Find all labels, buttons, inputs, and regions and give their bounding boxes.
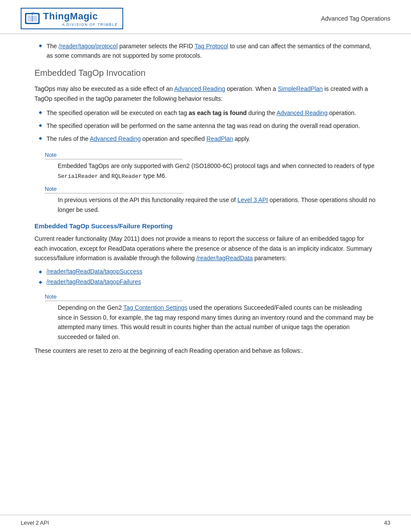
tag-contention-settings-link[interactable]: Tag Contention Settings (123, 304, 187, 311)
note-block-1: Note Embedded TagOps are only supported … (45, 151, 377, 181)
section-bullets: ◆ The specified operation will be execut… (34, 109, 377, 143)
note1-text-middle: and (98, 172, 112, 179)
intro-bullet-item: ◆ The /reader/tagop/protocol parameter s… (34, 42, 377, 60)
tag-protocol-link[interactable]: Tag Protocol (195, 43, 228, 50)
intro-bullet-text: The /reader/tagop/protocol parameter sel… (47, 42, 377, 60)
note2-text-before: In previous versions of the API this fun… (58, 196, 237, 203)
link-bullet-1: ◆ /reader/tagReadData/tagopSuccess (34, 268, 377, 275)
section-heading: Embedded TagOp Invocation (34, 68, 377, 78)
header: ThingMagic A Division of Trimble Advance… (0, 0, 411, 34)
tagop-protocol-link[interactable]: /reader/tagop/protocol (59, 43, 118, 50)
bullet-diamond-icon: ◆ (39, 43, 42, 48)
subsection-para-1: Current reader functionality (May 2011) … (34, 234, 377, 263)
svg-rect-3 (33, 16, 37, 22)
section-bullet-2: ◆ The specified operation will be perfor… (34, 121, 377, 131)
note1-code2: RQLReader (112, 173, 142, 180)
intro-bullet-section: ◆ The /reader/tagop/protocol parameter s… (34, 42, 377, 60)
svg-rect-2 (28, 16, 32, 22)
s-bullet1-before: The specified operation will be executed… (47, 109, 189, 116)
footer-right: 43 (384, 520, 390, 526)
s-bullet3-after: apply. (233, 135, 250, 142)
advanced-reading-link-2[interactable]: Advanced Reading (277, 109, 327, 116)
logo-area: ThingMagic A Division of Trimble (21, 8, 123, 29)
bullet-diamond-icon-5: ◆ (39, 280, 42, 284)
note-label-2: Note (45, 186, 183, 193)
intro-text-middle: parameter selects the RFID (118, 43, 195, 50)
tag-read-data-link[interactable]: /reader/tagReadData (196, 255, 253, 261)
section-intro-before: TagOps may also be executed as a side ef… (34, 85, 174, 92)
link-bullet-2: ◆ /reader/tagReadData/tagopFailures (34, 278, 377, 285)
note-block-3: Note Depending on the Gen2 Tag Contentio… (45, 293, 377, 342)
content: ◆ The /reader/tagop/protocol parameter s… (0, 34, 411, 515)
s-bullet3-middle: operation and specified (141, 135, 207, 142)
advanced-reading-link-1[interactable]: Advanced Reading (174, 85, 225, 92)
bullet-diamond-icon-4: ◆ (39, 269, 42, 274)
note-label-3: Note (45, 293, 183, 301)
read-plan-link[interactable]: ReadPlan (206, 135, 233, 142)
section-bullet-text-2: The specified operation will be performe… (47, 121, 360, 131)
bullet-diamond-icon-3: ◆ (39, 136, 42, 140)
section-bullet-text-3: The rules of the Advanced Reading operat… (47, 134, 250, 144)
level3-api-link[interactable]: Level 3 API (237, 196, 268, 203)
section-intro-para: TagOps may also be executed as a side ef… (34, 84, 377, 103)
note3-text-before: Depending on the Gen2 (58, 304, 123, 311)
note1-code1: SerialReader (58, 173, 98, 180)
footer: Level 2 API 43 (0, 515, 411, 532)
s-bullet1-bold: as each tag is found (189, 109, 247, 116)
bullet-diamond-icon-2: ◆ (39, 123, 42, 128)
bullet-diamond-icon-1: ◆ (39, 110, 42, 115)
section-bullet-text-1: The specified operation will be executed… (47, 109, 356, 118)
note1-text-after: type M6. (142, 172, 167, 179)
section-intro-middle: operation. When a (225, 85, 278, 92)
tagop-success-link[interactable]: /reader/tagReadData/tagopSuccess (47, 268, 143, 275)
footer-left: Level 2 API (21, 520, 49, 526)
section-bullet-1: ◆ The specified operation will be execut… (34, 109, 377, 118)
logo-icon (24, 10, 40, 27)
s-bullet1-end: operation. (327, 109, 356, 116)
section-bullet-3: ◆ The rules of the Advanced Reading oper… (34, 134, 377, 144)
s-bullet3-before: The rules of the (47, 135, 90, 142)
s-bullet1-after: during the (247, 109, 277, 116)
subsection-para-2: These counters are reset to zero at the … (34, 346, 377, 355)
logo-text-sub: A Division of Trimble (43, 22, 118, 27)
sub-para1-after: parameters: (253, 255, 287, 261)
simple-read-plan-link[interactable]: SimpleReadPlan (278, 85, 323, 92)
advanced-reading-link-3[interactable]: Advanced Reading (90, 135, 140, 142)
note1-text-before: Embedded TagOps are only supported with … (58, 162, 374, 169)
subsection-heading: Embedded TagOp Success/Failure Reporting (34, 222, 377, 230)
page: ThingMagic A Division of Trimble Advance… (0, 0, 411, 532)
note-content-2: In previous versions of the API this fun… (45, 195, 377, 215)
intro-text-before: The (47, 43, 59, 50)
tagop-failures-link[interactable]: /reader/tagReadData/tagopFailures (47, 278, 141, 285)
logo-text-main: ThingMagic (43, 11, 118, 22)
note-label-1: Note (45, 152, 183, 159)
note-block-2: Note In previous versions of the API thi… (45, 185, 377, 215)
header-title: Advanced Tag Operations (321, 15, 390, 22)
note-content-3: Depending on the Gen2 Tag Contention Set… (45, 303, 377, 342)
logo-box: ThingMagic A Division of Trimble (21, 8, 123, 29)
note-content-1: Embedded TagOps are only supported with … (45, 161, 377, 181)
link-bullets: ◆ /reader/tagReadData/tagopSuccess ◆ /re… (34, 268, 377, 285)
